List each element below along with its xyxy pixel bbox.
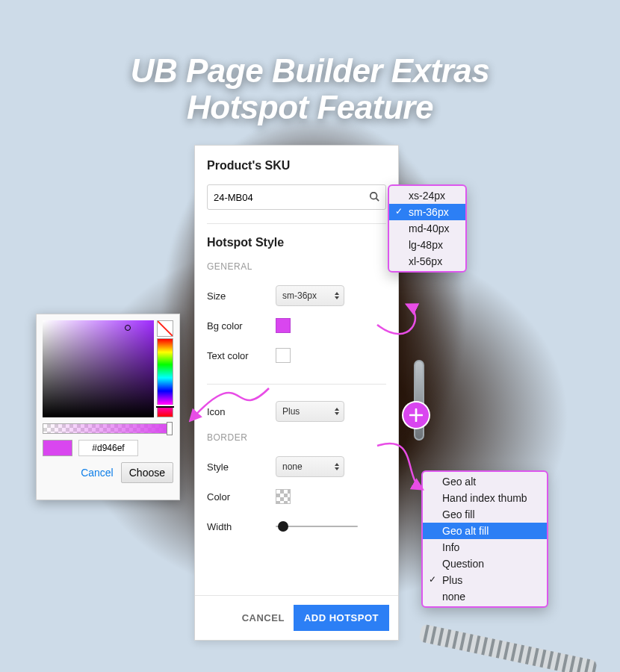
- icon-option[interactable]: Geo alt fill: [423, 523, 547, 539]
- border-color-swatch[interactable]: [276, 489, 291, 504]
- picker-cancel-button[interactable]: Cancel: [81, 467, 114, 479]
- icon-select[interactable]: Plus: [276, 401, 344, 422]
- icon-option[interactable]: ✓Plus: [423, 572, 547, 588]
- size-option[interactable]: xl-56px: [389, 253, 465, 270]
- size-option[interactable]: md-40px: [389, 220, 465, 237]
- icon-select-value: Plus: [282, 406, 300, 417]
- hex-input[interactable]: [78, 440, 138, 456]
- color-preview-swatch: [43, 440, 72, 456]
- icon-option[interactable]: Geo fill: [423, 506, 547, 523]
- icon-option[interactable]: Geo alt: [423, 473, 547, 490]
- border-color-label: Color: [207, 491, 276, 503]
- size-option[interactable]: ✓sm-36px: [389, 204, 465, 220]
- size-select-value: sm-36px: [282, 290, 317, 301]
- svg-point-0: [371, 192, 377, 199]
- style-title: Hotspot Style: [207, 236, 386, 249]
- border-width-slider[interactable]: [276, 526, 358, 527]
- text-color-swatch[interactable]: [276, 348, 291, 363]
- search-icon[interactable]: [369, 191, 379, 204]
- section-border: BORDER: [207, 432, 386, 443]
- icon-option[interactable]: none: [423, 588, 547, 605]
- section-general: GENERAL: [207, 261, 386, 272]
- picker-choose-button[interactable]: Choose: [121, 462, 173, 483]
- icon-dropdown: Geo alt Hand index thumb Geo fill Geo al…: [421, 470, 548, 608]
- border-style-select[interactable]: none: [276, 456, 344, 477]
- slider-thumb[interactable]: [278, 521, 288, 532]
- icon-option[interactable]: Hand index thumb: [423, 490, 547, 506]
- color-sv-area[interactable]: [43, 320, 154, 417]
- hotspot-settings-panel: Product's SKU Hotspot Style GENERAL Size…: [194, 145, 399, 641]
- hue-slider[interactable]: [157, 338, 173, 417]
- chevron-updown-icon: [333, 290, 341, 302]
- hotspot-plus-badge: [403, 402, 429, 428]
- chevron-updown-icon: [333, 461, 341, 473]
- size-option[interactable]: xs-24px: [389, 187, 465, 204]
- panel-footer: CANCEL ADD HOTSPOT: [195, 595, 398, 640]
- size-label: Size: [207, 290, 276, 302]
- svg-line-1: [376, 198, 379, 201]
- color-picker: Cancel Choose: [36, 314, 180, 500]
- size-option[interactable]: lg-48px: [389, 237, 465, 253]
- cancel-button[interactable]: CANCEL: [242, 605, 285, 631]
- sku-field[interactable]: [207, 184, 386, 210]
- border-style-label: Style: [207, 461, 276, 473]
- border-width-label: Width: [207, 521, 276, 532]
- bg-color-swatch[interactable]: [276, 318, 291, 333]
- earring-graphic: [414, 360, 424, 441]
- alpha-thumb[interactable]: [167, 422, 173, 435]
- sku-title: Product's SKU: [207, 159, 386, 172]
- add-hotspot-button[interactable]: ADD HOTSPOT: [294, 605, 389, 631]
- no-color-swatch[interactable]: [157, 320, 173, 337]
- border-style-value: none: [282, 461, 303, 472]
- text-color-label: Text color: [207, 350, 276, 361]
- icon-option[interactable]: Info: [423, 539, 547, 556]
- title-line-1: UB Page Builder Extras: [131, 52, 490, 89]
- title-line-2: Hotspot Feature: [187, 89, 433, 125]
- sv-cursor[interactable]: [125, 325, 131, 331]
- icon-label: Icon: [207, 406, 276, 417]
- icon-option[interactable]: Question: [423, 556, 547, 572]
- check-icon: ✓: [429, 574, 436, 585]
- divider: [207, 223, 386, 224]
- page-title: UB Page Builder Extras Hotspot Feature: [0, 52, 620, 126]
- alpha-slider[interactable]: [43, 423, 173, 434]
- size-select[interactable]: sm-36px: [276, 285, 344, 306]
- hue-cursor[interactable]: [156, 405, 174, 408]
- chevron-updown-icon: [333, 405, 341, 417]
- divider: [207, 384, 386, 385]
- bg-color-label: Bg color: [207, 320, 276, 332]
- size-dropdown: xs-24px ✓sm-36px md-40px lg-48px xl-56px: [388, 184, 467, 273]
- background-stage: UB Page Builder Extras Hotspot Feature P…: [0, 0, 620, 672]
- sku-input[interactable]: [214, 192, 369, 203]
- plus-icon: [409, 408, 423, 422]
- check-icon: ✓: [395, 206, 403, 217]
